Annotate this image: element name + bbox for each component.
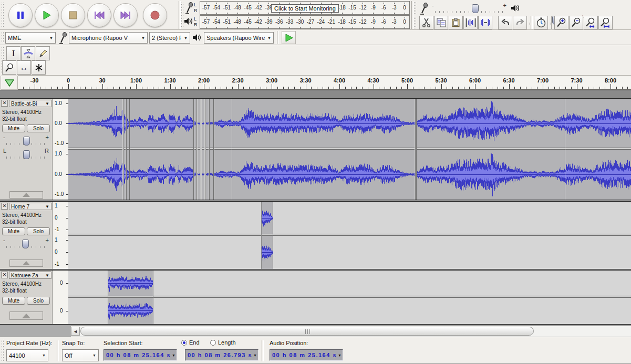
collapse-arrow-icon: [23, 193, 30, 197]
track-vertical-ruler[interactable]: 00: [53, 271, 68, 324]
track-pan-slider[interactable]: L R: [3, 149, 49, 160]
track-waveform[interactable]: [68, 202, 631, 269]
selection-length-radio[interactable]: Length: [210, 339, 236, 346]
mute-button[interactable]: Mute: [2, 297, 25, 305]
length-radio-label: Length: [218, 339, 236, 346]
track-close-button[interactable]: ✕: [1, 203, 8, 210]
meter-scale-label: 0: [403, 19, 406, 25]
solo-button[interactable]: Solo: [27, 124, 50, 132]
playback-meter[interactable]: -57-54-51-48-45-42-39-36-33-30-27-24-21-…: [200, 15, 410, 29]
track-collapse-button[interactable]: [9, 311, 43, 320]
edit-toolbar-grip[interactable]: [413, 16, 416, 29]
input-volume-slider[interactable]: - +: [432, 3, 506, 14]
track-pan-thumb[interactable]: [23, 150, 30, 159]
draw-tool-button[interactable]: [36, 46, 50, 60]
meter-tick: [258, 17, 258, 18]
scroll-left-button[interactable]: ◄: [71, 327, 80, 336]
meter-tick: [227, 27, 227, 28]
meter-toolbar-grip[interactable]: [181, 2, 183, 27]
sync-lock-button[interactable]: [534, 16, 548, 29]
track-control-panel[interactable]: ✕ Battle-at-Bi▼ Stereo, 44100Hz 32-bit f…: [0, 99, 53, 200]
dropdown-arrow-icon: ▼: [90, 353, 96, 357]
zoom-tool-button[interactable]: [2, 60, 16, 75]
envelope-tool-button[interactable]: [21, 46, 35, 60]
track-close-button[interactable]: ✕: [1, 100, 8, 107]
zoom-in-button[interactable]: [554, 16, 568, 29]
cut-button[interactable]: [419, 16, 433, 29]
envelope-tool-icon: [24, 49, 33, 58]
undo-button[interactable]: [498, 16, 512, 29]
input-volume-slider-thumb[interactable]: [472, 4, 479, 13]
audio-host-select[interactable]: MME▼: [5, 32, 56, 44]
track-control-panel[interactable]: ✕ Home 7▼ Stereo, 44100Hz 32-bit float M…: [0, 202, 53, 269]
solo-button[interactable]: Solo: [27, 227, 50, 235]
timeline-tick: [588, 87, 588, 89]
timeline-ruler[interactable]: -300301:001:302:002:303:003:304:004:305:…: [18, 75, 631, 90]
paste-button[interactable]: [449, 16, 463, 29]
track-vertical-ruler[interactable]: 1.00.0-1.01.00.0-1.0: [53, 99, 68, 200]
selection-tool-button[interactable]: I: [6, 46, 20, 60]
selection-end-radio[interactable]: End: [181, 339, 200, 346]
track-vertical-ruler[interactable]: 10-110-1: [53, 202, 68, 269]
horizontal-scrollbar-thumb[interactable]: [80, 327, 534, 336]
slider-plus-label: +: [503, 2, 506, 8]
recording-device-select[interactable]: Microphone (Rapoo V▼: [69, 32, 148, 44]
selection-toolbar-grip[interactable]: [1, 339, 4, 361]
track-collapse-button[interactable]: [9, 259, 43, 267]
silence-audio-button[interactable]: [478, 16, 492, 29]
track-waveform[interactable]: [68, 99, 631, 200]
mixer-toolbar-grip[interactable]: [413, 2, 416, 14]
stop-button[interactable]: [61, 3, 85, 27]
draw-tool-icon: [39, 49, 47, 58]
tools-toolbar-row: [0, 45, 631, 75]
track-title-menu[interactable]: Battle-at-Bi▼: [9, 100, 51, 107]
track-waveform[interactable]: [68, 271, 631, 324]
playback-device-select[interactable]: Speakers (Rapoo Wirel▼: [204, 32, 274, 44]
zoom-out-button[interactable]: [569, 16, 583, 29]
recording-channels-value: 2 (Stereo) Rec: [152, 35, 181, 41]
slider-minus-label: -: [3, 134, 5, 140]
project-rate-select[interactable]: 44100▼: [6, 349, 48, 361]
play-button[interactable]: [35, 3, 59, 27]
skip-to-end-button[interactable]: [113, 3, 138, 27]
device-toolbar-grip[interactable]: [1, 32, 4, 43]
time-shift-tool-button[interactable]: ↔: [17, 60, 31, 75]
track-gain-thumb[interactable]: [23, 137, 30, 145]
audio-position-time[interactable]: 00 h 08 m 25.164 s▼: [270, 349, 343, 361]
copy-button[interactable]: [434, 16, 448, 29]
track-title-menu[interactable]: Home 7▼: [9, 203, 51, 210]
skip-to-start-button[interactable]: [87, 3, 111, 27]
pause-button[interactable]: [8, 3, 33, 27]
track-gain-slider[interactable]: - +: [3, 136, 49, 146]
redo-button[interactable]: [513, 16, 527, 29]
track-control-panel[interactable]: ✕ Katouee Za▼ Stereo, 44100Hz 32-bit flo…: [0, 271, 53, 324]
selection-end-time[interactable]: 00 h 08 m 26.793 s▼: [185, 349, 258, 361]
timeline-tick: [611, 84, 611, 89]
mute-button[interactable]: Mute: [2, 227, 25, 235]
timeline-label: 5:30: [435, 77, 447, 84]
track-close-button[interactable]: ✕: [1, 272, 8, 278]
vertical-ruler-label: -1.0: [55, 140, 64, 146]
selection-start-time[interactable]: 00 h 08 m 25.164 s▼: [104, 349, 177, 361]
snap-to-select[interactable]: Off▼: [62, 349, 99, 361]
track-gain-slider[interactable]: - +: [3, 238, 49, 249]
timeline-tick: [102, 84, 103, 89]
timeline-tick: [616, 87, 617, 89]
trim-audio-button[interactable]: [463, 16, 478, 29]
fit-project-button[interactable]: [598, 16, 613, 29]
monitoring-tooltip: Click to Start Monitoring: [271, 4, 339, 13]
fit-selection-button[interactable]: [584, 16, 598, 29]
track-title-menu[interactable]: Katouee Za▼: [9, 272, 51, 279]
recording-channels-select[interactable]: 2 (Stereo) Rec▼: [149, 32, 190, 44]
mute-button[interactable]: Mute: [2, 124, 25, 132]
track-collapse-button[interactable]: [9, 191, 43, 199]
timeline-tick: [85, 87, 86, 89]
multi-tool-button[interactable]: [32, 60, 46, 75]
solo-button[interactable]: Solo: [27, 297, 50, 305]
transport-toolbar-grip[interactable]: [1, 2, 4, 27]
play-at-speed-button[interactable]: [282, 31, 296, 44]
pin-playhead-button[interactable]: [1, 76, 18, 90]
timeline-tick: [261, 87, 261, 89]
record-button[interactable]: [143, 3, 167, 27]
track-gain-thumb[interactable]: [22, 240, 29, 248]
